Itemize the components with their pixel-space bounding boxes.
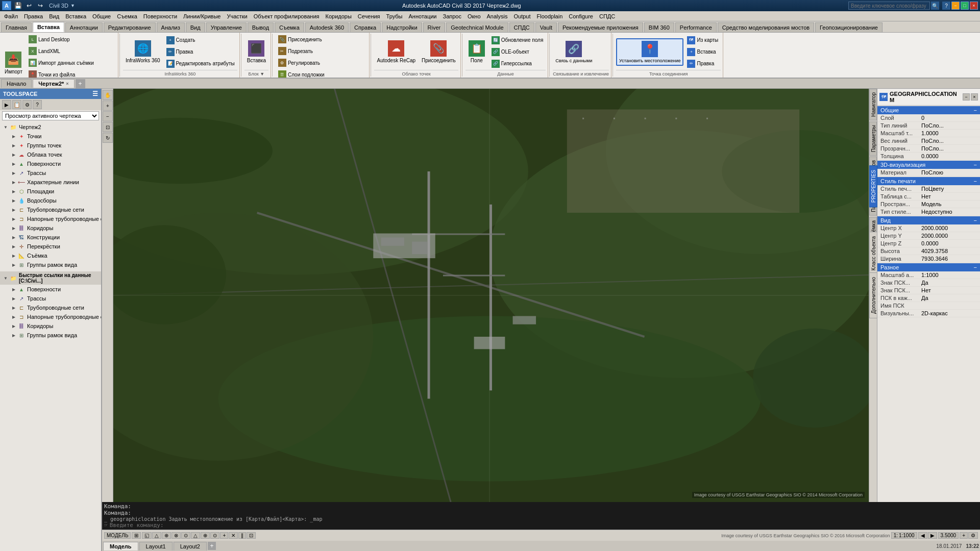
tab-river[interactable]: River (423, 22, 446, 32)
props-close-btn[interactable]: × (971, 93, 978, 101)
menu-output[interactable]: Output (511, 12, 534, 20)
props-section-general[interactable]: Общие− (877, 106, 980, 114)
snap-btn-12[interactable]: ⊡ (247, 532, 256, 539)
tree-structures[interactable]: ▶ 🏗 Конструкции (0, 233, 101, 242)
doc-tab-start[interactable]: Начало (1, 79, 32, 88)
tree-survey[interactable]: ▶ 📐 Съёмка (0, 251, 101, 260)
menu-configure[interactable]: Configure (566, 12, 596, 20)
adjust-button[interactable]: ⚙ Регулировать (276, 57, 368, 68)
menu-view[interactable]: Вид (46, 12, 62, 20)
tree-point-groups[interactable]: ▶ ✦ Группы точек (0, 141, 101, 150)
tree-intersections[interactable]: ▶ ✛ Перекрёстки (0, 242, 101, 251)
tab-manage[interactable]: Управление (206, 22, 247, 32)
menu-insert[interactable]: Вставка (62, 12, 89, 20)
layout-tab-layout1[interactable]: Layout1 (139, 542, 173, 550)
nav-left[interactable]: ◀ (918, 532, 927, 539)
navigator-vtab[interactable]: Навигатор (869, 89, 877, 120)
menu-edit[interactable]: Правка (21, 12, 46, 20)
app-icon[interactable]: A (2, 1, 11, 10)
menu-profile[interactable]: Объект профилирования (251, 12, 323, 20)
menu-lines[interactable]: Линии/Кривые (180, 12, 224, 20)
doc-tab-add[interactable]: + (76, 79, 85, 88)
tab-recommended[interactable]: Рекомендуемые приложения (558, 22, 643, 32)
attach-button[interactable]: 📎 Присоединить (276, 34, 368, 45)
menu-analysis[interactable]: Analysis (484, 12, 511, 20)
nav-btn-pan[interactable]: ✋ (103, 90, 113, 100)
land-desktop-button[interactable]: L Land Desktop (26, 34, 116, 45)
snap-btn-5[interactable]: ⊙ (181, 532, 190, 539)
doc-tab-close-icon[interactable]: × (66, 81, 68, 86)
layout-tab-add[interactable]: + (208, 542, 216, 550)
tree-sites[interactable]: ▶ ⬡ Площадки (0, 187, 101, 196)
recap-button[interactable]: ☁ Autodesk ReCap (374, 38, 418, 65)
layout-tab-layout2[interactable]: Layout2 (174, 542, 207, 550)
nav-btn-zoom-in[interactable]: + (103, 101, 113, 111)
tree-pipe-networks[interactable]: ▶ ⊏ Трубопроводные сети (0, 205, 101, 214)
snap-btn-8[interactable]: ⊙ (210, 532, 219, 539)
tree-watersheds[interactable]: ▶ 💧 Водосборы (0, 196, 101, 205)
field-button[interactable]: 📋 Поле (465, 38, 488, 65)
layout-tab-model[interactable]: Модель (103, 542, 138, 550)
edit-location-button[interactable]: ✏ Правка (684, 58, 721, 69)
snap-btn-7[interactable]: ⊕ (201, 532, 210, 539)
tab-annotations[interactable]: Аннотации (65, 22, 103, 32)
tree-expand-root[interactable]: ▼ (2, 123, 9, 131)
tree-points[interactable]: ▶ ✦ Точки (0, 132, 101, 141)
tree-root[interactable]: ▼ 📁 Чертеж2 (0, 122, 101, 132)
menu-survey[interactable]: Съемка (114, 12, 140, 20)
tab-help[interactable]: Справка (350, 22, 381, 32)
ts-btn-help[interactable]: ? (33, 100, 42, 109)
quick-access-save[interactable]: 💾 (13, 1, 22, 10)
ts-btn-1[interactable]: ▶ (2, 100, 11, 109)
import-survey-button[interactable]: 📊 Импорт данных съёмки (26, 57, 116, 68)
snap-btn-4[interactable]: ⊗ (172, 532, 181, 539)
params-vtab[interactable]: Параметры (869, 121, 877, 156)
ole-button[interactable]: 🔗 OLE-объект (489, 46, 546, 58)
quick-access-redo[interactable]: ↪ (36, 1, 45, 10)
menu-parcels[interactable]: Участки (224, 12, 250, 20)
tab-bim360[interactable]: BIM 360 (644, 22, 674, 32)
props-section-view[interactable]: Вид− (877, 216, 980, 224)
tab-a360[interactable]: Autodesk 360 (305, 22, 349, 32)
tab-output[interactable]: Вывод (248, 22, 274, 32)
menu-corridors[interactable]: Коридоры (322, 12, 354, 20)
shortcuts-header[interactable]: ▼ 📁 Быстрые ссылки на данные [C:\Civi...… (0, 271, 101, 285)
tab-geotechnical[interactable]: Geotechnical Module (446, 22, 508, 32)
snap-btn-6[interactable]: △ (191, 532, 200, 539)
menu-sections[interactable]: Сечения (355, 12, 383, 20)
props-section-misc[interactable]: Разное− (877, 263, 980, 271)
tree-point-clouds[interactable]: ▶ ☁ Облака точек (0, 150, 101, 159)
menu-window[interactable]: Окно (464, 12, 484, 20)
menu-spds[interactable]: СПДС (596, 12, 618, 20)
zoom-display[interactable]: 3.5000 (938, 532, 959, 539)
tree-view-frames[interactable]: ▶ ⊞ Группы рамок вида (0, 260, 101, 269)
tab-analysis[interactable]: Анализ (157, 22, 185, 32)
extra-btn-2[interactable]: ⚙ (968, 532, 978, 539)
tab-view[interactable]: Вид (186, 22, 205, 32)
from-map-button[interactable]: 🗺 Из карты (684, 35, 721, 46)
quick-access-undo[interactable]: ↩ (24, 1, 34, 10)
additional-vtab[interactable]: Дополнительно (869, 272, 877, 318)
search-input[interactable] (848, 2, 930, 10)
snap-btn-2[interactable]: △ (152, 532, 161, 539)
tree-corridors[interactable]: ▶ 🛤 Коридоры (0, 223, 101, 233)
menu-query[interactable]: Запрос (440, 12, 464, 20)
tab-vault[interactable]: Vault (535, 22, 557, 32)
snap-btn-9[interactable]: + (220, 532, 228, 539)
toolspace-filter[interactable]: Просмотр активного чертежа (2, 111, 99, 120)
properties-vtab[interactable]: PROPERTIES (869, 165, 877, 207)
props-section-print[interactable]: Стиль печати− (877, 177, 980, 185)
menu-surfaces[interactable]: Поверхности (140, 12, 180, 20)
props-collapse-btn[interactable]: − (963, 93, 970, 101)
nav-btn-rotate[interactable]: ↻ (103, 133, 113, 143)
shortcut-pipe-networks[interactable]: ▶ ⊏ Трубопроводные сети (0, 303, 101, 312)
snap-btn-10[interactable]: ✕ (229, 532, 238, 539)
menu-file[interactable]: Файл (1, 12, 21, 20)
doc-tab-drawing[interactable]: Чертеж2* × (33, 79, 74, 88)
tab-insert[interactable]: Вставка (33, 22, 64, 32)
clip-button[interactable]: ✂ Подрезать (276, 45, 368, 57)
menu-pipes[interactable]: Трубы (383, 12, 406, 20)
maximize-button[interactable]: □ (961, 2, 969, 10)
shortcut-corridors[interactable]: ▶ 🛤 Коридоры (0, 321, 101, 331)
shortcut-pressure-networks[interactable]: ▶ ⊐ Напорные трубопроводные сети (0, 312, 101, 321)
